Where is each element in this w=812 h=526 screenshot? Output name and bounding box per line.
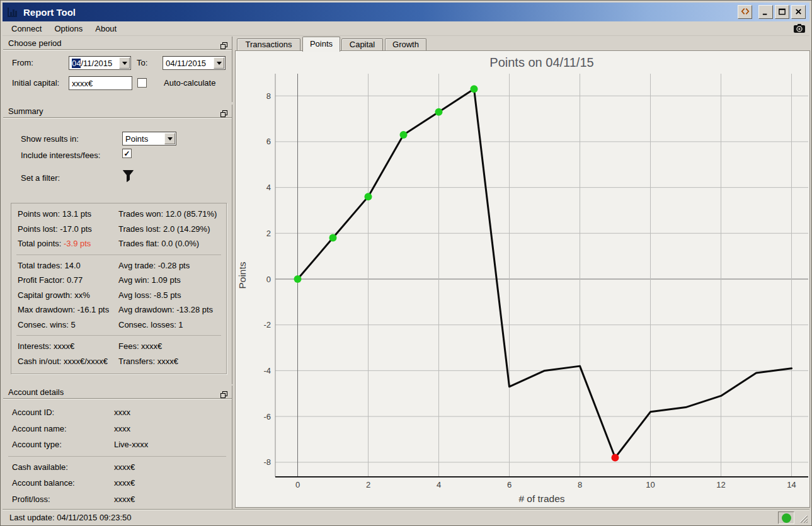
funnel-icon[interactable]	[122, 169, 134, 183]
detach-button[interactable]	[738, 5, 752, 19]
stat-left: Capital growth: xx%	[16, 290, 118, 300]
show-results-dropdown-button[interactable]	[164, 133, 175, 144]
from-date-combobox[interactable]: 04/11/2015	[69, 56, 131, 70]
show-results-combobox[interactable]: Points	[122, 132, 176, 146]
account-group: Cash available:xxxx€Account balance:xxxx…	[8, 456, 226, 508]
close-button[interactable]	[791, 5, 806, 19]
account-group: Account ID:xxxxAccount name:xxxxAccount …	[3, 404, 231, 453]
stat-left: Total trades: 14.0	[16, 261, 118, 270]
resize-grip[interactable]	[799, 514, 808, 523]
account-row-label: Cash available:	[8, 462, 114, 472]
include-interests-check-mark: ✓	[123, 150, 130, 157]
chevron-down-icon	[217, 62, 222, 65]
float-window-icon[interactable]	[220, 40, 227, 47]
stats-row: Total points: -3.9 ptsTrades flat: 0.0 (…	[16, 236, 221, 251]
stats-row: Max drawdown: -16.1 ptsAvg drawdown: -13…	[16, 302, 221, 317]
tab-bar: TransactionsPointsCapitalGrowth	[235, 37, 810, 51]
from-date-dropdown-button[interactable]	[119, 57, 130, 69]
from-date-rest: /11/2015	[81, 59, 112, 68]
summary-title: Summary	[8, 106, 43, 116]
x-tick-label: 14	[787, 480, 796, 489]
auto-calculate-checkbox[interactable]	[137, 78, 147, 88]
choose-period-section: Choose period From: 04/11/2015 To: 04/11…	[3, 37, 232, 102]
menu-item-connect[interactable]: Connect	[5, 22, 48, 35]
account-row-value: xxxx€	[114, 495, 135, 504]
x-axis-label: # of trades	[518, 493, 564, 504]
connection-status-led	[782, 513, 791, 523]
loss-marker	[612, 454, 619, 462]
float-window-icon[interactable]	[220, 389, 227, 396]
account-details-rows: Account ID:xxxxAccount name:xxxxAccount …	[3, 404, 231, 507]
stats-group: Total trades: 14.0Avg trade: -0.28 ptsPr…	[16, 254, 221, 336]
choose-period-title: Choose period	[8, 38, 62, 48]
win-marker	[435, 108, 443, 116]
account-row-value: xxxx€	[114, 478, 135, 488]
chart-title: Points on 04/11/15	[489, 55, 593, 69]
stats-group: Points won: 13.1 ptsTrades won: 12.0 (85…	[16, 203, 221, 254]
win-marker	[329, 234, 337, 242]
app-bar-chart-icon	[7, 6, 18, 18]
stats-row: Consec. wins: 5Consec. losses: 1	[16, 317, 221, 333]
stat-right: Fees: xxxx€	[118, 341, 221, 351]
y-tick-label: 6	[266, 137, 271, 146]
tab-capital[interactable]: Capital	[341, 38, 383, 51]
from-label: From:	[12, 58, 33, 67]
stat-left: Cash in/out: xxxx€/xxxx€	[16, 357, 118, 366]
stat-right: Consec. losses: 1	[118, 320, 221, 329]
chart-pane: 02468101214-8-6-4-202468Points on 04/11/…	[235, 50, 810, 508]
connection-indicator-box	[778, 512, 794, 524]
chevron-down-icon	[122, 62, 127, 65]
win-marker	[471, 85, 478, 93]
window-title: Report Tool	[23, 7, 76, 18]
x-tick-label: 10	[646, 480, 655, 489]
account-row-value: xxxx€	[114, 462, 135, 472]
camera-icon[interactable]	[793, 23, 806, 33]
menubar: ConnectOptionsAbout	[3, 21, 809, 36]
stat-left: Total points: -3.9 pts	[16, 239, 118, 248]
close-icon	[794, 7, 803, 18]
menu-item-options[interactable]: Options	[48, 22, 89, 35]
menu-item-about[interactable]: About	[89, 22, 123, 35]
account-row-label: Profit/loss:	[8, 495, 114, 504]
account-details-section: Account details Account ID:xxxxAccount n…	[3, 386, 232, 509]
last-update-text: Last update: 04/11/2015 09:23:50	[9, 513, 131, 522]
win-marker	[294, 275, 302, 283]
initial-capital-value: xxxx€	[72, 79, 93, 88]
tab-transactions[interactable]: Transactions	[237, 38, 300, 51]
show-results-value: Points	[125, 134, 148, 144]
tab-points[interactable]: Points	[302, 37, 340, 52]
y-tick-label: 8	[266, 91, 271, 101]
titlebar-buttons	[736, 5, 806, 19]
stats-row: Interests: xxxx€Fees: xxxx€	[16, 339, 221, 354]
account-row: Account type:Live-xxxx	[3, 437, 231, 453]
y-tick-label: 4	[266, 183, 271, 192]
account-row: Account balance:xxxx€	[8, 475, 226, 491]
stat-right: Trades flat: 0.0 (0.0%)	[118, 239, 221, 248]
to-date-combobox[interactable]: 04/11/2015	[163, 56, 226, 70]
y-tick-label: -8	[263, 457, 271, 467]
to-date-dropdown-button[interactable]	[214, 57, 224, 69]
minimize-icon	[762, 7, 770, 18]
account-details-header: Account details	[3, 386, 232, 399]
y-tick-label: -6	[263, 412, 271, 421]
stats-row: Capital growth: xx%Avg loss: -8.5 pts	[16, 288, 221, 303]
account-row-label: Account balance:	[8, 478, 114, 488]
x-tick-label: 6	[507, 480, 512, 489]
stats-group: Interests: xxxx€Fees: xxxx€Cash in/out: …	[16, 335, 221, 372]
tab-growth[interactable]: Growth	[385, 38, 426, 51]
titlebar[interactable]: Report Tool	[3, 3, 809, 21]
to-date-value: 04/11/2015	[166, 59, 206, 68]
float-window-icon[interactable]	[220, 108, 227, 115]
stat-right: Avg drawdown: -13.28 pts	[118, 305, 221, 314]
win-marker	[365, 193, 372, 200]
minimize-button[interactable]	[758, 5, 773, 19]
include-interests-checkbox[interactable]: ✓	[122, 149, 132, 158]
initial-capital-input[interactable]: xxxx€	[69, 76, 132, 90]
maximize-button[interactable]	[775, 5, 789, 19]
auto-calculate-label: Auto-calculate	[164, 78, 215, 88]
y-tick-label: 2	[266, 229, 271, 238]
report-tabs-panel: TransactionsPointsCapitalGrowth 02468101…	[235, 37, 810, 508]
account-row-value: Live-xxxx	[114, 440, 148, 449]
stats-row: Profit Factor: 0.77Avg win: 1.09 pts	[16, 273, 221, 288]
account-row-value: xxxx	[114, 408, 130, 417]
